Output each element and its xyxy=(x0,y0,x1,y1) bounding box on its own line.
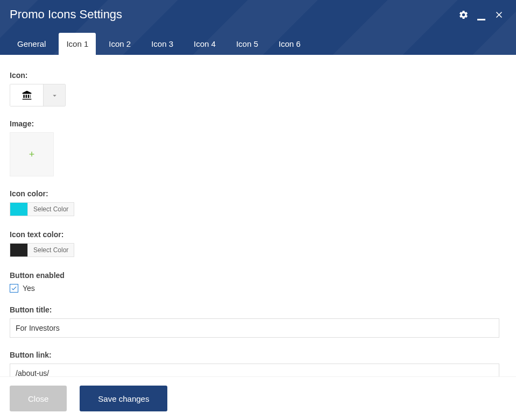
tab-icon-5[interactable]: Icon 5 xyxy=(229,33,266,55)
tab-bar: General Icon 1 Icon 2 Icon 3 Icon 4 Icon… xyxy=(10,33,314,55)
checkmark-icon xyxy=(11,285,17,291)
icon-dropdown-button[interactable] xyxy=(44,84,65,106)
button-enabled-group: Button enabled Yes xyxy=(10,271,506,293)
icon-selector xyxy=(10,84,66,106)
dialog-header: Promo Icons Settings General Icon 1 Icon… xyxy=(0,0,516,55)
header-controls xyxy=(458,10,504,22)
tab-icon-2[interactable]: Icon 2 xyxy=(101,33,138,55)
dialog-footer: Close Save changes xyxy=(0,376,516,420)
image-upload-button[interactable]: + xyxy=(10,132,54,176)
select-icon-color-button[interactable]: Select Color xyxy=(27,203,74,216)
selected-icon-preview[interactable] xyxy=(10,84,44,106)
image-label: Image: xyxy=(10,119,506,128)
checkbox-row: Yes xyxy=(10,284,506,293)
button-link-label: Button link: xyxy=(10,351,506,359)
icon-color-control: Select Color xyxy=(10,202,74,216)
icon-text-color-group: Icon text color: Select Color xyxy=(10,230,506,258)
icon-color-swatch[interactable] xyxy=(10,203,27,216)
tab-icon-6[interactable]: Icon 6 xyxy=(271,33,308,55)
dialog-title: Promo Icons Settings xyxy=(0,0,516,22)
close-icon[interactable] xyxy=(494,10,504,22)
icon-label: Icon: xyxy=(10,71,506,80)
button-link-input[interactable] xyxy=(10,364,499,376)
tab-icon-3[interactable]: Icon 3 xyxy=(144,33,181,55)
icon-text-color-swatch[interactable] xyxy=(10,244,27,257)
tab-general[interactable]: General xyxy=(10,33,53,55)
yes-label: Yes xyxy=(23,284,35,293)
bank-icon xyxy=(22,90,32,101)
tab-icon-4[interactable]: Icon 4 xyxy=(186,33,223,55)
minimize-icon[interactable] xyxy=(477,19,485,20)
button-enabled-checkbox[interactable] xyxy=(10,284,18,293)
button-enabled-label: Button enabled xyxy=(10,271,506,280)
save-button[interactable]: Save changes xyxy=(80,386,167,411)
gear-icon[interactable] xyxy=(458,10,469,22)
plus-icon: + xyxy=(29,149,35,160)
icon-text-color-label: Icon text color: xyxy=(10,230,506,239)
button-title-label: Button title: xyxy=(10,305,506,314)
button-title-group: Button title: xyxy=(10,305,506,338)
button-title-input[interactable] xyxy=(10,318,499,338)
icon-color-label: Icon color: xyxy=(10,189,506,198)
content-area: Icon: Image: + Icon color: Select Color xyxy=(0,55,516,376)
icon-text-color-control: Select Color xyxy=(10,243,74,257)
icon-field-group: Icon: xyxy=(10,71,506,106)
button-link-group: Button link: xyxy=(10,351,506,376)
image-field-group: Image: + xyxy=(10,119,506,176)
tab-icon-1[interactable]: Icon 1 xyxy=(59,33,96,55)
icon-color-group: Icon color: Select Color xyxy=(10,189,506,217)
select-text-color-button[interactable]: Select Color xyxy=(27,244,74,257)
close-button[interactable]: Close xyxy=(10,386,67,411)
arrow-down-icon xyxy=(51,92,58,99)
